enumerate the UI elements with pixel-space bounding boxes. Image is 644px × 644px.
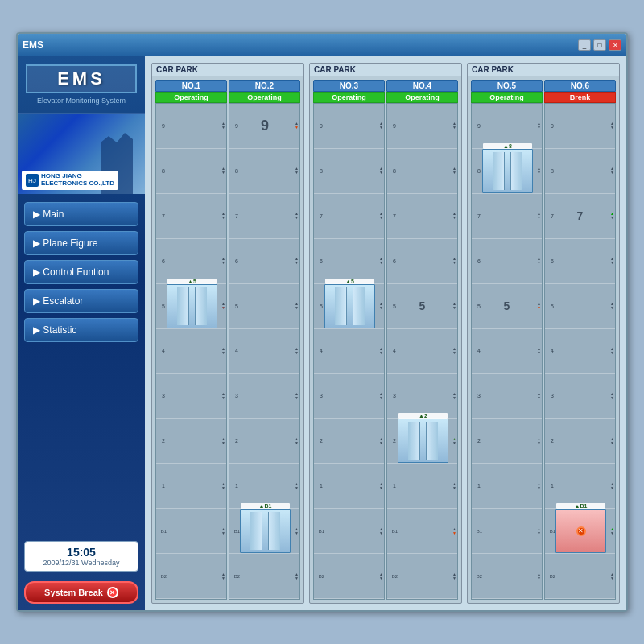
elevator-car-no6: ✕ ▲B1 <box>555 509 606 553</box>
floor-8-no3: 8▲▼ <box>314 149 384 194</box>
elevator-no4: NO.4 Operating 9▲▼ 8▲▼ 7▲▼ 6▲▼ 5 5 ▲▼ <box>386 80 458 600</box>
floor-3-no4: 3▲▼ <box>387 374 457 419</box>
floor-9-no3: 9▲▼ <box>314 104 384 149</box>
elevator-no6-status: Brenk <box>544 92 616 103</box>
floor-b2-no2: B2▲▼ <box>229 554 299 599</box>
elevator-no5: NO.5 Operating 9▲▼ 8 ▲8 <box>471 80 543 600</box>
elevator-no4-status: Operating <box>386 92 458 103</box>
nav-plane-figure[interactable]: ▶ Plane Figure <box>24 231 138 255</box>
elevator-no6: NO.6 Brenk 9▲▼ 8▲▼ 7 7 ▲▼ 6▲▼ 5▲▼ <box>544 80 616 600</box>
elevator-no5-shaft: 9▲▼ 8 ▲8 ▲▼ 7▲▼ 6▲▼ <box>471 103 543 600</box>
elevator-no2: NO.2 Operating 9 9 ▲▼ 8▲▼ 7▲▼ 6▲▼ <box>229 80 300 600</box>
floor-2-no6: 2▲▼ <box>545 419 615 464</box>
floor-3-no3: 3▲▼ <box>314 374 384 419</box>
error-indicator: ✕ <box>556 510 605 552</box>
floor-9-no5: 9▲▼ <box>472 104 542 149</box>
floor-b1-no5: B1▲▼ <box>472 509 542 554</box>
floor-4-no3: 4▲▼ <box>314 329 384 374</box>
floor-5-no4: 5 5 ▲▼ <box>387 284 457 329</box>
floor-5-no2: 5▲▼ <box>229 284 299 329</box>
ems-subtitle: Elevator Monitoring System <box>26 97 137 105</box>
floor-b2-no3: B2▲▼ <box>314 554 384 599</box>
floor-3-no2: 3▲▼ <box>229 374 299 419</box>
floor-b2-no1: B2▲▼ <box>156 554 226 599</box>
system-break-button[interactable]: System Break ✕ <box>24 581 138 604</box>
floor-5-no1: 5 ▲5 ▲▼ <box>156 284 226 329</box>
close-button[interactable]: ✕ <box>609 39 621 51</box>
nav-statistic[interactable]: ▶ Statistic <box>24 318 138 342</box>
elevators-row-1: NO.1 Operating 9▲▼ 8▲▼ 7▲▼ 6▲▼ <box>152 76 303 603</box>
elevator-no6-shaft: 9▲▼ 8▲▼ 7 7 ▲▼ 6▲▼ 5▲▼ 4▲▼ 3▲▼ 2▲▼ <box>544 103 616 600</box>
floor-3-no1: 3▲▼ <box>156 374 226 419</box>
break-icon: ✕ <box>107 587 118 598</box>
floor-2-no1: 2▲▼ <box>156 419 226 464</box>
elevator-no1-shaft: 9▲▼ 8▲▼ 7▲▼ 6▲▼ 5 <box>155 103 227 600</box>
shaft-num-no5: 5 <box>504 299 510 312</box>
floor-2-no5: 2▲▼ <box>472 419 542 464</box>
car-label-no4: ▲2 <box>398 413 448 419</box>
car-park-2: CAR PARK NO.3 Operating 9▲▼ 8▲▼ 7▲▼ 6▲▼ … <box>309 63 462 604</box>
floor-6-no2: 6▲▼ <box>229 239 299 284</box>
window-controls: _ □ ✕ <box>578 39 621 51</box>
car-park-2-label: CAR PARK <box>310 64 461 76</box>
floor-3-no6: 3▲▼ <box>545 374 615 419</box>
floor-7-no2: 7▲▼ <box>229 194 299 239</box>
shaft-num-no6: 7 <box>577 209 584 222</box>
main-content: EMS Elevator Monitoring System HJ HONG J… <box>18 56 626 610</box>
floor-1-no2: 1▲▼ <box>229 464 299 509</box>
elevators-row-3: NO.5 Operating 9▲▼ 8 ▲8 <box>468 76 619 603</box>
elevator-area: CAR PARK NO.1 Operating 9▲▼ 8▲▼ 7▲▼ <box>145 56 626 610</box>
elevator-car-no2: ▲B1 <box>240 509 291 553</box>
car-door-left-no2 <box>250 512 262 551</box>
elevators-row-2: NO.3 Operating 9▲▼ 8▲▼ 7▲▼ 6▲▼ 5 <box>310 76 461 603</box>
elevator-no3-status: Operating <box>313 92 385 103</box>
maximize-button[interactable]: □ <box>593 39 606 51</box>
floor-4-no4: 4▲▼ <box>387 329 457 374</box>
floor-b1-no1: B1▲▼ <box>156 509 226 554</box>
ems-title: EMS <box>35 68 127 89</box>
floor-2-no3: 2▲▼ <box>314 419 384 464</box>
floor-1-no6: 1▲▼ <box>545 464 615 509</box>
error-circle-no6: ✕ <box>576 526 586 536</box>
logo-container: HJ HONG JIANG ELECTRONICS CO.,LTD <box>22 171 118 190</box>
floor-6-no5: 6▲▼ <box>472 239 542 284</box>
floor-8-no5: 8 ▲8 ▲▼ <box>472 149 542 194</box>
car-label-no6: ▲B1 <box>556 503 605 509</box>
shaft-number-no2: 9 <box>240 104 290 148</box>
elevator-no3: NO.3 Operating 9▲▼ 8▲▼ 7▲▼ 6▲▼ 5 <box>313 80 385 600</box>
car-door-right-no1 <box>195 287 207 325</box>
car-door-left-no1 <box>177 287 189 325</box>
floor-b2-no5: B2▲▼ <box>472 554 542 599</box>
nav-escalator[interactable]: ▶ Escalator <box>24 289 138 313</box>
car-park-1: CAR PARK NO.1 Operating 9▲▼ 8▲▼ 7▲▼ <box>151 63 304 604</box>
car-label-no5: ▲8 <box>483 143 532 149</box>
car-park-3: CAR PARK NO.5 Operating 9▲▼ 8 <box>467 63 620 604</box>
logo-text: HONG JIANG ELECTRONICS CO.,LTD <box>41 173 114 188</box>
elevator-no1-header: NO.1 <box>155 80 227 92</box>
car-label-no2: ▲B1 <box>241 503 290 509</box>
sidebar: EMS Elevator Monitoring System HJ HONG J… <box>18 56 145 610</box>
floor-b2-no4: B2▲▼ <box>387 554 457 599</box>
car-label-no1: ▲5 <box>167 279 217 284</box>
floor-8-no6: 8▲▼ <box>545 149 615 194</box>
floor-5-no5: 5 5 ▲▼ <box>472 284 542 329</box>
titlebar: EMS _ □ ✕ <box>18 34 626 56</box>
nav-main[interactable]: ▶ Main <box>24 202 138 226</box>
elevator-no5-header: NO.5 <box>471 80 543 92</box>
elevator-no2-shaft: 9 9 ▲▼ 8▲▼ 7▲▼ 6▲▼ 5▲▼ 4▲▼ 3▲▼ 2▲▼ 1▲▼ <box>229 103 300 600</box>
minimize-button[interactable]: _ <box>578 39 591 51</box>
elevator-no2-header: NO.2 <box>229 80 300 92</box>
elevator-car-no1: ▲5 <box>167 284 217 328</box>
nav-control-function[interactable]: ▶ Control Funtion <box>24 260 138 284</box>
elevator-no4-header: NO.4 <box>386 80 458 92</box>
sidebar-image: HJ HONG JIANG ELECTRONICS CO.,LTD <box>18 114 145 194</box>
sidebar-header: EMS Elevator Monitoring System <box>18 56 145 114</box>
floor-2-no4: 2 ▲2 ▲▼ <box>387 419 457 464</box>
floor-4-no6: 4▲▼ <box>545 329 615 374</box>
floor-2-no2: 2▲▼ <box>229 419 299 464</box>
floor-1-no3: 1▲▼ <box>314 464 384 509</box>
floor-b1-no4: B1 ▲▼ <box>387 509 457 554</box>
car-park-1-label: CAR PARK <box>152 64 303 76</box>
floor-5-no6: 5▲▼ <box>545 284 615 329</box>
ems-title-container: EMS <box>26 64 137 93</box>
